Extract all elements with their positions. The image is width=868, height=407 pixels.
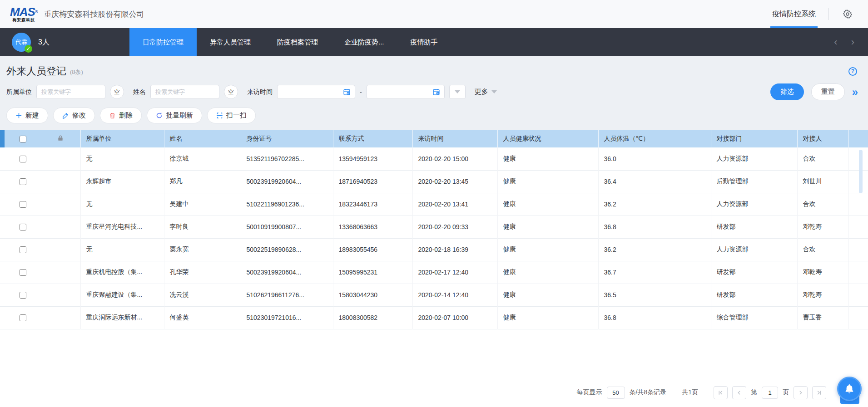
row-checkbox-cell (5, 193, 41, 216)
page-title: 外来人员登记 (6, 64, 66, 78)
row-checkbox-cell (5, 216, 41, 238)
scan-button-label: 扫一扫 (226, 111, 247, 120)
vertical-scrollbar[interactable] (859, 150, 863, 193)
user-avatar[interactable]: 代霖 ✓ (12, 33, 31, 52)
first-page-button[interactable] (714, 386, 728, 399)
column-header[interactable]: 来访时间 (412, 130, 497, 147)
create-button[interactable]: 新建 (6, 108, 48, 123)
table-cell: 13594959123 (333, 147, 412, 170)
table-cell: 健康 (497, 306, 598, 329)
row-checkbox[interactable] (20, 201, 26, 208)
table-row[interactable]: 重庆星河光电科技...李时良50010919900807...133680636… (0, 216, 868, 238)
table-cell: 36.4 (598, 170, 711, 193)
row-checkbox-cell (5, 147, 41, 170)
logo-text: MAS (10, 5, 35, 19)
row-checkbox[interactable] (20, 246, 26, 253)
unit-search-input[interactable] (36, 85, 105, 99)
table-row[interactable]: 无徐京城513521196702285...135949591232020-02… (0, 147, 868, 170)
table-row[interactable]: 无粟永宽50022519890628...189830554562020-02-… (0, 238, 868, 261)
row-checkbox[interactable] (20, 178, 26, 185)
table-cell: 重庆星河光电科技... (80, 216, 164, 238)
table-row[interactable]: 无吴建中510221196901236...183234461732020-02… (0, 193, 868, 216)
name-empty-button[interactable]: 空 (224, 85, 238, 99)
column-header[interactable]: 联系方式 (333, 130, 412, 147)
select-all-cell (5, 130, 41, 147)
edit-button[interactable]: 修改 (53, 108, 95, 123)
unit-empty-button[interactable]: 空 (110, 85, 124, 99)
notification-bell-button[interactable] (837, 377, 862, 401)
more-filters-button[interactable]: 更多 (475, 88, 497, 96)
column-header[interactable]: 身份证号 (241, 130, 333, 147)
prev-page-button[interactable] (732, 386, 746, 399)
table-body: 无徐京城513521196702285...135949591232020-02… (0, 147, 868, 329)
visit-time-start-input[interactable] (277, 85, 355, 99)
reset-button[interactable]: 重置 (811, 83, 845, 100)
system-tab-epidemic[interactable]: 疫情防控系统 (759, 0, 828, 28)
bell-icon (844, 383, 855, 394)
row-checkbox-cell (5, 261, 41, 284)
table-cell: 18983055456 (333, 238, 412, 261)
column-header[interactable]: 对接人 (797, 130, 848, 147)
table-cell: 2020-02-20 15:00 (412, 147, 497, 170)
batch-refresh-button[interactable]: 批量刷新 (147, 108, 202, 123)
per-page-input[interactable] (607, 387, 625, 399)
table-cell: 曹玉香 (797, 306, 848, 329)
nav-prev-icon[interactable]: ‹ (834, 37, 837, 47)
name-filter-label: 姓名 (133, 88, 146, 96)
table-row[interactable]: 永辉超市郑凡50023919920604...187169405232020-0… (0, 170, 868, 193)
row-gutter-cell (848, 170, 868, 193)
user-count: 3人 (38, 38, 50, 47)
page-number-input[interactable] (762, 387, 778, 399)
next-page-button[interactable] (794, 386, 808, 399)
nav-tab[interactable]: 防疫档案管理 (264, 28, 331, 56)
column-header[interactable]: 姓名 (164, 130, 241, 147)
table-row[interactable]: 重庆机电控股（集...孔华荣50023919920604...150959952… (0, 261, 868, 284)
last-page-button[interactable] (812, 386, 826, 399)
gear-icon (843, 9, 853, 19)
nav-next-icon[interactable]: › (851, 37, 854, 47)
visit-time-end-input[interactable] (367, 85, 445, 99)
table-cell: 合欢 (797, 238, 848, 261)
row-accent-cell (0, 306, 5, 329)
table-cell: 徐京城 (164, 147, 241, 170)
row-checkbox[interactable] (20, 292, 26, 299)
page-prefix-label: 第 (751, 388, 757, 397)
filter-button[interactable]: 筛选 (770, 83, 804, 100)
nav-tab[interactable]: 疫情助手 (397, 28, 451, 56)
chevron-down-icon (455, 90, 460, 93)
column-header[interactable]: 所属单位 (80, 130, 164, 147)
time-preset-dropdown[interactable] (449, 85, 466, 99)
table-row[interactable]: 重庆聚融建设（集...冼云溪510262196611276...15803044… (0, 284, 868, 306)
table-cell: 李时良 (164, 216, 241, 238)
page-header: 外来人员登记 (8条) ? (0, 56, 868, 80)
row-checkbox[interactable] (20, 224, 26, 230)
row-lock-cell (41, 238, 80, 261)
column-header[interactable]: 人员体温（℃） (598, 130, 711, 147)
table-cell: 15803044230 (333, 284, 412, 306)
name-search-input[interactable] (150, 85, 219, 99)
table-row[interactable]: 重庆润际远东新材...何盛英51023019721016...180083005… (0, 306, 868, 329)
select-all-checkbox[interactable] (20, 136, 26, 142)
avatar-check-badge: ✓ (25, 45, 32, 53)
nav-tab[interactable]: 异常人员管理 (197, 28, 264, 56)
table-cell: 健康 (497, 261, 598, 284)
table-cell: 510221196901236... (241, 193, 333, 216)
delete-button[interactable]: 删除 (100, 108, 142, 123)
column-header[interactable]: 对接部门 (711, 130, 797, 147)
table-cell: 18008300582 (333, 306, 412, 329)
table-cell: 后勤管理部 (711, 170, 797, 193)
row-checkbox[interactable] (20, 156, 26, 162)
row-checkbox[interactable] (20, 314, 26, 321)
scan-button[interactable]: 扫一扫 (207, 108, 256, 123)
table-cell: 冼云溪 (164, 284, 241, 306)
expand-filters-icon[interactable]: » (852, 87, 857, 98)
nav-tab[interactable]: 企业防疫势... (331, 28, 397, 56)
help-button[interactable]: ? (848, 67, 857, 76)
nav-tab[interactable]: 日常防控管理 (129, 28, 197, 56)
table-cell: 健康 (497, 147, 598, 170)
table-cell: 人力资源部 (711, 193, 797, 216)
row-checkbox[interactable] (20, 269, 26, 276)
column-header[interactable]: 人员健康状况 (497, 130, 598, 147)
company-logo[interactable]: MAS® 梅安森科技 (10, 6, 37, 22)
settings-button[interactable] (829, 9, 868, 19)
